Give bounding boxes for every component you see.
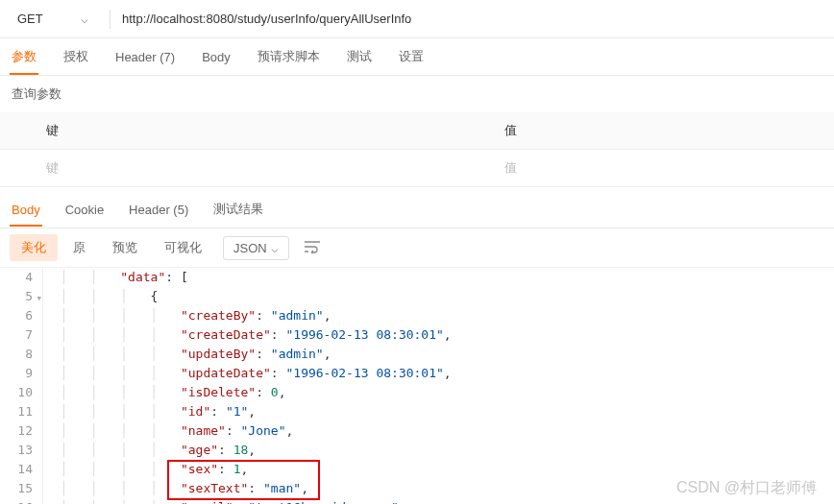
visualize-button[interactable]: 可视化 bbox=[153, 234, 213, 261]
response-tabs: Body Cookie Header (5) 测试结果 bbox=[0, 191, 834, 228]
beautify-button[interactable]: 美化 bbox=[10, 234, 58, 261]
divider bbox=[110, 10, 110, 29]
preview-button[interactable]: 预览 bbox=[101, 234, 149, 261]
raw-button[interactable]: 原 bbox=[61, 234, 97, 261]
response-tab-cookie[interactable]: Cookie bbox=[63, 193, 106, 227]
url-input[interactable] bbox=[114, 6, 824, 32]
value-cell-placeholder[interactable]: 值 bbox=[458, 150, 834, 187]
response-toolbar: 美化 原 预览 可视化 JSON ⌵ bbox=[0, 228, 834, 268]
key-cell-placeholder[interactable]: 键 bbox=[0, 150, 458, 187]
method-label: GET bbox=[17, 12, 43, 26]
line-gutter: 45▾67891011121314151617 bbox=[0, 268, 42, 504]
response-tab-header[interactable]: Header (5) bbox=[127, 193, 190, 227]
response-body-code[interactable]: 45▾67891011121314151617 │ │ "data": [ │ … bbox=[0, 268, 834, 504]
wrap-icon[interactable] bbox=[297, 235, 328, 261]
key-column-header: 键 bbox=[0, 112, 458, 150]
chevron-down-icon: ⌵ bbox=[271, 241, 279, 255]
tab-body[interactable]: Body bbox=[200, 40, 233, 74]
tab-auth[interactable]: 授权 bbox=[61, 38, 90, 75]
value-column-header: 值 bbox=[458, 112, 834, 150]
response-tab-body[interactable]: Body bbox=[10, 193, 42, 227]
response-tab-result[interactable]: 测试结果 bbox=[211, 191, 265, 228]
chevron-down-icon: ⌵ bbox=[81, 12, 88, 26]
tab-header[interactable]: Header (7) bbox=[113, 40, 177, 74]
param-row[interactable]: 键 值 bbox=[0, 150, 834, 187]
format-select[interactable]: JSON ⌵ bbox=[223, 236, 289, 260]
request-tabs: 参数 授权 Header (7) Body 预请求脚本 测试 设置 bbox=[0, 38, 834, 76]
tab-test[interactable]: 测试 bbox=[345, 38, 374, 75]
format-label: JSON bbox=[233, 241, 267, 255]
tab-prescript[interactable]: 预请求脚本 bbox=[256, 38, 322, 75]
params-table: 键 值 键 值 bbox=[0, 112, 834, 187]
method-select[interactable]: GET ⌵ bbox=[10, 8, 96, 30]
tab-settings[interactable]: 设置 bbox=[397, 38, 426, 75]
code-content[interactable]: │ │ "data": [ │ │ │ { │ │ │ │ "createBy"… bbox=[42, 268, 834, 504]
query-params-label: 查询参数 bbox=[0, 76, 834, 112]
tab-params[interactable]: 参数 bbox=[10, 38, 38, 75]
